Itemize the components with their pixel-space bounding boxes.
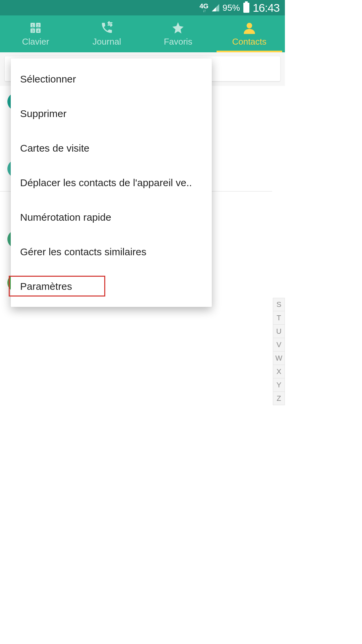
menu-item-speed-dial[interactable]: Numérotation rapide [11,200,212,234]
menu-item-merge[interactable]: Gérer les contacts similaires [11,234,212,269]
person-icon [242,21,257,35]
alphabet-index[interactable]: S T U V W X Y Z [273,298,285,506]
tab-label: Contacts [232,37,266,47]
status-bar: 4G ↓↑ 95% 16:43 [0,0,285,15]
star-icon [170,21,186,35]
tab-contacts[interactable]: Contacts [214,15,285,52]
screen: 4G ↓↑ 95% 16:43 1234 Clavier Journal [0,0,285,506]
index-letter[interactable]: X [273,365,285,378]
tab-label: Favoris [164,37,192,47]
index-letter[interactable]: V [273,338,285,352]
index-letter[interactable]: S [273,298,285,311]
index-letter[interactable]: W [273,352,285,365]
index-letter[interactable]: Z [273,392,285,405]
network-4g-icon: 4G ↓↑ [199,3,208,13]
battery-icon [243,3,249,13]
svg-text:1: 1 [32,23,34,27]
index-letter[interactable]: U [273,325,285,338]
call-log-icon [99,21,115,35]
tab-label: Clavier [22,37,49,47]
svg-text:3: 3 [32,29,34,33]
menu-item-business-cards[interactable]: Cartes de visite [11,131,212,165]
battery-percentage: 95% [223,3,240,13]
tab-favoris[interactable]: Favoris [142,15,214,52]
tab-journal[interactable]: Journal [71,15,143,52]
overflow-menu: Sélectionner Supprimer Cartes de visite … [11,58,212,307]
menu-item-select[interactable]: Sélectionner [11,62,212,96]
index-letter[interactable]: T [273,311,285,325]
signal-icon [212,4,219,11]
menu-item-settings[interactable]: Paramètres [11,269,212,304]
tab-bar: 1234 Clavier Journal Favoris Contacts [0,15,285,52]
keypad-icon: 1234 [28,21,43,35]
menu-item-move-contacts[interactable]: Déplacer les contacts de l'appareil ve.. [11,165,212,200]
tab-clavier[interactable]: 1234 Clavier [0,15,71,52]
svg-text:4: 4 [37,29,40,33]
tab-label: Journal [93,37,121,47]
index-letter[interactable]: Y [273,378,285,392]
clock: 16:43 [253,1,280,14]
menu-item-delete[interactable]: Supprimer [11,96,212,131]
svg-text:2: 2 [37,23,39,27]
svg-point-8 [246,23,252,29]
